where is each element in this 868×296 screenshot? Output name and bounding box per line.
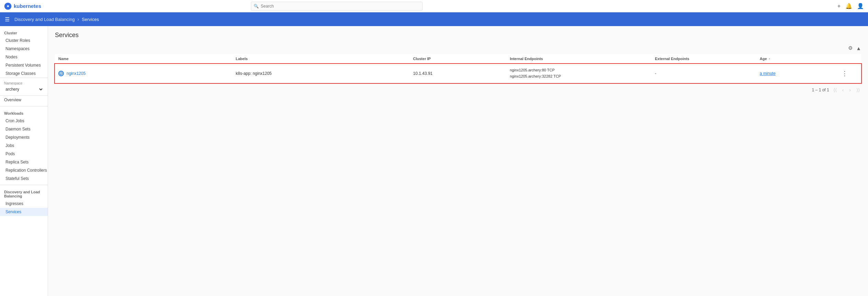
kubernetes-icon: ⎈ [4, 2, 12, 10]
services-table: Name Labels Cluster IP Internal Endpoint… [55, 54, 861, 83]
svg-point-2 [60, 72, 62, 75]
sidebar-item-overview[interactable]: Overview [0, 96, 48, 104]
namespace-label: Namespace [4, 81, 44, 85]
breadcrumb-parent[interactable]: Discovery and Load Balancing [14, 17, 75, 22]
cell-external-endpoints: - [651, 64, 756, 83]
breadcrumb-bar: ☰ Discovery and Load Balancing › Service… [0, 12, 868, 26]
status-icon [58, 71, 64, 76]
search-icon: 🔍 [254, 4, 259, 9]
app-logo: ⎈ kubernetes [4, 2, 41, 10]
table-header-row: Name Labels Cluster IP Internal Endpoint… [55, 54, 861, 64]
col-header-name[interactable]: Name [55, 54, 232, 64]
table-toolbar: ⚙ ▲ [55, 44, 861, 53]
endpoint-line-2: nginx1205.archery:32282 TCP [510, 73, 648, 80]
sidebar-item-storage-classes[interactable]: Storage Classes [0, 69, 48, 78]
endpoint-line-1: nginx1205.archery:80 TCP [510, 67, 648, 73]
pagination-last[interactable]: ⟩⟩ [855, 87, 861, 93]
breadcrumb-separator: › [78, 16, 79, 22]
sidebar-item-ingresses[interactable]: Ingresses [0, 200, 48, 208]
cell-actions: ⋮ [837, 64, 861, 83]
table-row: nginx1205 k8s-app: nginx1205 10.1.43.91 … [55, 64, 861, 83]
topbar: ⎈ kubernetes 🔍 + 🔔 👤 [0, 0, 868, 12]
service-name-link[interactable]: nginx1205 [67, 71, 85, 76]
app-name: kubernetes [14, 3, 41, 9]
cell-name: nginx1205 [55, 64, 232, 83]
sidebar-item-namespaces[interactable]: Namespaces [0, 45, 48, 53]
notification-button[interactable]: 🔔 [845, 3, 852, 9]
namespace-select[interactable]: archery default kube-system [4, 87, 44, 92]
main-layout: Cluster Cluster Roles Namespaces Nodes P… [0, 26, 868, 296]
col-header-age[interactable]: Age ↑ [756, 54, 837, 64]
pagination-range: 1 – 1 of 1 [812, 88, 829, 92]
sidebar-item-pods[interactable]: Pods [0, 150, 48, 158]
sidebar-item-replica-sets[interactable]: Replica Sets [0, 158, 48, 166]
cell-labels: k8s-app: nginx1205 [232, 64, 410, 83]
avatar-button[interactable]: 👤 [857, 3, 864, 9]
add-button[interactable]: + [837, 3, 841, 9]
pagination: 1 – 1 of 1 ⟨⟨ ‹ › ⟩⟩ [55, 83, 861, 93]
filter-icon[interactable]: ⚙ [848, 45, 853, 51]
sidebar-item-services[interactable]: Services [0, 208, 48, 216]
sidebar: Cluster Cluster Roles Namespaces Nodes P… [0, 26, 48, 296]
content-area: Services ⚙ ▲ Name Labels Cluster IP [48, 26, 868, 296]
col-header-cluster-ip: Cluster IP [410, 54, 507, 64]
pagination-prev[interactable]: ‹ [841, 87, 845, 93]
sidebar-item-persistent-volumes[interactable]: Persistent Volumes [0, 61, 48, 69]
topbar-actions: + 🔔 👤 [837, 3, 864, 9]
pagination-first[interactable]: ⟨⟨ [832, 87, 838, 93]
sidebar-item-deployments[interactable]: Deployments [0, 133, 48, 141]
sidebar-item-replication-controllers[interactable]: Replication Controllers [0, 166, 48, 174]
col-header-labels: Labels [232, 54, 410, 64]
col-header-internal-endpoints: Internal Endpoints [506, 54, 651, 64]
breadcrumb-current: Services [82, 17, 99, 22]
sidebar-item-jobs[interactable]: Jobs [0, 141, 48, 150]
search-input[interactable] [251, 2, 423, 11]
sidebar-item-cluster-roles[interactable]: Cluster Roles [0, 36, 48, 45]
namespace-section: Namespace archery default kube-system [0, 78, 48, 96]
menu-icon[interactable]: ☰ [5, 16, 10, 23]
col-header-actions [837, 54, 861, 64]
age-link[interactable]: a minute [760, 71, 776, 76]
sidebar-item-daemon-sets[interactable]: Daemon Sets [0, 125, 48, 133]
sidebar-item-cron-jobs[interactable]: Cron Jobs [0, 117, 48, 125]
sidebar-item-stateful-sets[interactable]: Stateful Sets [0, 174, 48, 183]
cell-internal-endpoints: nginx1205.archery:80 TCP nginx1205.arche… [506, 64, 651, 83]
search-container: 🔍 [251, 2, 423, 11]
col-header-external-endpoints: External Endpoints [651, 54, 756, 64]
pagination-next[interactable]: › [848, 87, 852, 93]
sidebar-item-nodes[interactable]: Nodes [0, 53, 48, 61]
sort-icon: ↑ [768, 57, 770, 61]
svg-text:⎈: ⎈ [7, 4, 9, 8]
row-actions-button[interactable]: ⋮ [840, 70, 849, 77]
cell-cluster-ip: 10.1.43.91 [410, 64, 507, 83]
discovery-section-title: Discovery and Load Balancing [0, 185, 48, 200]
workloads-section-title: Workloads [0, 106, 48, 117]
collapse-icon[interactable]: ▲ [856, 45, 861, 51]
cell-age: a minute [756, 64, 837, 83]
cluster-section-title: Cluster [0, 26, 48, 36]
page-title: Services [55, 32, 861, 39]
